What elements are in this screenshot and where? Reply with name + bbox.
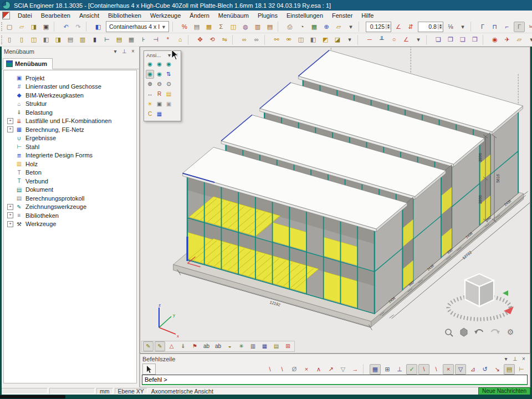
sidebar-item-bibliotheken[interactable]: +≡Bibliotheken xyxy=(4,211,136,220)
sidebar-item-ergebnisse[interactable]: ∪Ergebnisse xyxy=(4,134,136,143)
cross-link-icon[interactable]: ◫ xyxy=(295,34,306,45)
zoom-window-icon[interactable]: ⊙ xyxy=(165,80,173,89)
join-icon[interactable]: ◪ xyxy=(332,34,343,45)
panel-menu-icon[interactable]: ▾ xyxy=(111,48,119,55)
more-scale-icon[interactable]: ▾ xyxy=(457,22,468,32)
shell-icon[interactable]: ▤ xyxy=(65,34,76,45)
disconnect-icon[interactable]: ⚮ xyxy=(283,34,294,45)
undo-icon[interactable]: ↶ xyxy=(60,22,71,32)
snap-endpoint-icon[interactable]: ✓ xyxy=(406,364,417,375)
isometric-view-icon[interactable] xyxy=(461,328,467,336)
layer-display-icon[interactable]: ▦ xyxy=(259,341,270,351)
menu-bibliotheken[interactable]: Bibliotheken xyxy=(104,11,146,20)
snap-off-icon[interactable]: × xyxy=(443,364,454,375)
abc-node-icon[interactable]: ab xyxy=(201,341,212,351)
activities-icon[interactable]: % xyxy=(179,22,190,32)
haunch-icon[interactable]: ⊢ xyxy=(101,34,112,45)
line-icon[interactable]: ─ xyxy=(364,34,375,45)
snap-line-icon[interactable]: \ xyxy=(264,364,275,375)
open-project-icon[interactable]: ▱ xyxy=(16,22,27,32)
toolbar-handle[interactable] xyxy=(1,22,2,31)
sidebar-item-projekt[interactable]: ▣Projekt xyxy=(4,74,136,83)
explode-icon[interactable]: ◩ xyxy=(320,34,331,45)
rib-icon[interactable]: ▮ xyxy=(89,34,100,45)
sidebar-item-berechnung-fe-netz[interactable]: +▦Berechnung, FE-Netz xyxy=(4,125,136,134)
ortho-icon[interactable]: ⊥ xyxy=(394,364,405,375)
more-modify-icon[interactable]: ▾ xyxy=(344,34,355,45)
sidebar-item-linienraster-und-geschosse[interactable]: #Linienraster und Geschosse xyxy=(4,83,136,91)
view-settings-icon[interactable]: ▦ xyxy=(155,110,163,119)
snap-nearest-icon[interactable]: ↘ xyxy=(492,364,503,375)
snap-line2-icon[interactable]: \ xyxy=(277,364,288,375)
axis-view-icon[interactable]: ⇅ xyxy=(165,70,173,79)
paste-special-icon[interactable]: ❏ xyxy=(433,34,444,45)
command-input[interactable] xyxy=(142,375,528,385)
sidebar-item-bim-werkzeugkasten[interactable]: ◆BIM-Werkzeugkasten xyxy=(4,91,136,100)
print-view-icon[interactable]: ▤ xyxy=(165,90,173,99)
document-icon[interactable]: ▱ xyxy=(333,22,344,32)
rotate-member-icon[interactable]: ⟲ xyxy=(207,34,218,45)
beam-default-icon[interactable]: Γ xyxy=(477,22,488,32)
save-icon[interactable]: ▣ xyxy=(40,22,52,32)
rotate-right-icon[interactable] xyxy=(492,330,500,334)
view-settings-gear-icon[interactable]: ⚙ xyxy=(507,328,514,336)
render-mode-icon[interactable]: ◒ xyxy=(224,341,235,351)
column-icon[interactable]: ▯ xyxy=(4,34,15,45)
snap-center-icon[interactable]: ↺ xyxy=(479,364,490,375)
camera-saved-icon[interactable]: ▣ xyxy=(165,100,173,109)
surface-toggle-icon[interactable]: △ xyxy=(166,341,177,351)
preview-icon[interactable]: ◔ xyxy=(296,22,308,32)
visibility-icon[interactable]: ◉ xyxy=(489,34,500,45)
copy-view-icon[interactable]: ❐ xyxy=(445,34,456,45)
open-folder-icon[interactable]: ▱ xyxy=(514,34,525,45)
menu-bearbeiten[interactable]: Bearbeiten xyxy=(37,11,75,20)
snap-vector-icon[interactable]: ↗ xyxy=(325,364,336,375)
project-window-icon[interactable]: ◧ xyxy=(93,22,104,32)
panel-menu-icon[interactable]: ▾ xyxy=(502,355,510,362)
multicopy-icon[interactable]: ∞ xyxy=(251,34,262,45)
project-item-combo[interactable]: Containerhaus 4 x I ▾ xyxy=(106,21,169,32)
perspective-toggle-icon[interactable]: ✎ xyxy=(143,341,154,351)
grid-display-icon[interactable]: ▥ xyxy=(248,341,258,351)
load-display-icon[interactable]: ⇓ xyxy=(178,341,188,351)
mesh-display-icon[interactable]: ✳ xyxy=(236,341,247,351)
menu-men-baum[interactable]: Menübaum xyxy=(214,11,253,20)
snap-delete-icon[interactable]: × xyxy=(301,364,312,375)
more-view-icon[interactable]: ▾ xyxy=(526,34,532,45)
app-menu-icon[interactable] xyxy=(2,12,10,19)
zoom-fit-icon[interactable]: ↔ xyxy=(146,90,154,99)
scale-small-spinner[interactable]: 0.125 ▲▼ xyxy=(366,22,391,32)
sidebar-item-dokument[interactable]: ▤Dokument xyxy=(4,186,136,195)
fly-mode-icon[interactable]: ✈ xyxy=(502,34,513,45)
beam-arbitrary-icon[interactable]: ⌐ xyxy=(502,22,513,32)
sidebar-item-belastung[interactable]: ⇓Belastung xyxy=(4,108,136,117)
more-draw-icon[interactable]: ▾ xyxy=(413,34,424,45)
doc-image-icon[interactable]: ❏ xyxy=(457,34,468,45)
cursor-snap-icon[interactable]: ▦ xyxy=(370,364,381,375)
menu-plugins[interactable]: Plugins xyxy=(253,11,282,20)
combo-dropdown-icon[interactable]: ▾ xyxy=(160,23,167,30)
font-size-icon[interactable]: ⇵ xyxy=(405,22,416,32)
opening-icon[interactable]: ◨ xyxy=(53,34,64,45)
model-viewport[interactable]: 1219228962896581624389902438990243899024… xyxy=(140,47,530,354)
arc-icon[interactable]: ∠ xyxy=(401,34,412,45)
panel-icon[interactable]: ▥ xyxy=(77,34,88,45)
snap-intersect-icon[interactable]: \ xyxy=(431,364,442,375)
sidebar-item-zeichnungswerkzeuge[interactable]: +✎Zeichnungswerkzeuge xyxy=(4,203,136,212)
status-unit[interactable]: mm xyxy=(96,388,113,394)
view-rendered-icon[interactable]: ◉ xyxy=(146,70,154,79)
fem-display-icon[interactable]: ⊞ xyxy=(283,341,293,351)
expander-icon[interactable]: + xyxy=(7,204,13,210)
panel-close-icon[interactable]: × xyxy=(520,355,528,362)
snap-peak-icon[interactable]: ∧ xyxy=(313,364,324,375)
snap-arc-icon[interactable]: → xyxy=(350,364,361,375)
connect-icon[interactable]: ⚯ xyxy=(271,34,282,45)
scale-large-spinner[interactable]: 0.8 ▲▼ xyxy=(418,22,443,32)
angle-icon[interactable]: ∠ xyxy=(393,22,404,32)
sidebar-item-werkzeuge[interactable]: +⚒Werkzeuge xyxy=(4,220,136,229)
ratio-icon[interactable]: ⅛ xyxy=(445,22,456,32)
truss-icon[interactable]: ⊦ xyxy=(138,34,149,45)
pointer-mode-button[interactable] xyxy=(142,364,156,375)
menu-datei[interactable]: Datei xyxy=(13,11,37,20)
align-icon[interactable]: ◧ xyxy=(308,34,319,45)
